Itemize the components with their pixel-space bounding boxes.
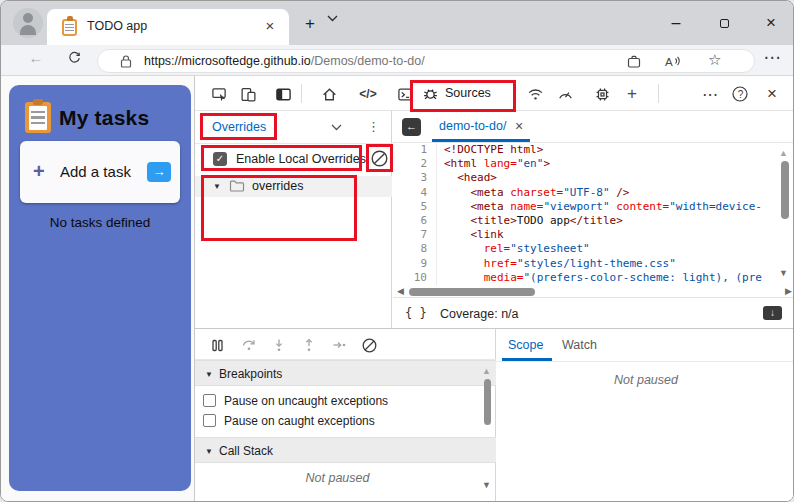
window-close-button[interactable]: ×	[758, 13, 784, 33]
tree-caret-icon[interactable]: ▼	[213, 182, 221, 191]
line-number[interactable]: 6	[393, 214, 437, 228]
url-text[interactable]: https://microsoftedge.github.io/Demos/de…	[144, 50, 425, 72]
close-devtools-button[interactable]: ×	[759, 81, 785, 107]
network-wifi-icon[interactable]	[522, 81, 548, 107]
line-number[interactable]: 4	[393, 186, 437, 200]
code-line[interactable]: 8 rel="stylesheet"	[393, 242, 777, 256]
step-out-icon[interactable]	[297, 333, 321, 357]
page-title: My tasks	[59, 106, 149, 130]
profile-avatar[interactable]	[13, 8, 43, 38]
vertical-scrollbar-thumb[interactable]	[781, 161, 789, 219]
enable-overrides-checkbox[interactable]: ✓	[213, 152, 227, 166]
my-tasks-panel: My tasks + Add a task → No tasks defined	[9, 85, 191, 491]
horizontal-scrollbar-thumb[interactable]	[409, 288, 535, 296]
source-editor-pane: ← demo-to-do/ × 1<!DOCTYPE html>2<html l…	[393, 111, 794, 328]
pause-uncaught-row[interactable]: Pause on uncaught exceptions	[203, 391, 483, 411]
code-line[interactable]: 1<!DOCTYPE html>	[393, 143, 777, 157]
tab-close-icon[interactable]: ×	[261, 17, 279, 35]
performance-gauge-icon[interactable]	[552, 81, 578, 107]
line-number[interactable]: 8	[393, 242, 437, 256]
refresh-button[interactable]	[63, 47, 85, 69]
code-line[interactable]: 6 <title>TODO app</title>	[393, 214, 777, 228]
pretty-print-icon[interactable]: { }	[405, 306, 427, 320]
code-token	[444, 171, 457, 184]
submit-task-button[interactable]: →	[147, 162, 171, 182]
code-token: <html	[444, 157, 477, 170]
enable-overrides-label[interactable]: Enable Local Overrides	[236, 152, 366, 166]
overrides-folder-row[interactable]: ▼ overrides	[195, 176, 392, 197]
device-emulation-icon[interactable]	[235, 81, 261, 107]
line-number[interactable]: 7	[393, 228, 437, 242]
pause-script-icon[interactable]	[205, 333, 229, 357]
tab-list-chevron-icon[interactable]	[327, 15, 353, 35]
line-number[interactable]: 1	[393, 143, 437, 157]
tab-sources[interactable]: Sources	[413, 76, 513, 111]
tab-scope[interactable]: Scope	[508, 338, 543, 352]
window-minimize-button[interactable]: –	[663, 13, 689, 33]
show-navigator-icon[interactable]: ←	[402, 118, 421, 136]
editor-tab-label[interactable]: demo-to-do/	[439, 119, 506, 133]
memory-chip-icon[interactable]	[589, 81, 615, 107]
help-icon[interactable]: ?	[727, 81, 753, 107]
layout-panel-icon[interactable]	[270, 81, 296, 107]
window-maximize-button[interactable]	[711, 13, 737, 33]
code-line[interactable]: 3 <head>	[393, 171, 777, 185]
elements-tab-icon[interactable]: </>	[355, 81, 381, 107]
add-task-card[interactable]: + Add a task →	[20, 141, 180, 203]
code-line[interactable]: 10 media="(prefers-color-scheme: light),…	[393, 271, 777, 285]
code-line[interactable]: 2<html lang="en">	[393, 157, 777, 171]
more-tools-plus-button[interactable]: +	[619, 81, 645, 107]
overrides-dropdown[interactable]: Overrides	[212, 120, 266, 134]
scrollbar-up-icon[interactable]: ▲	[779, 149, 788, 158]
code-line[interactable]: 9 href="styles/light-theme.css"	[393, 257, 777, 271]
favorites-star-icon[interactable]: ☆	[708, 51, 721, 69]
line-number[interactable]: 10	[393, 271, 437, 285]
pause-uncaught-checkbox[interactable]	[203, 394, 216, 407]
browser-tab-active[interactable]: TODO app ×	[47, 9, 289, 45]
step-over-icon[interactable]	[237, 333, 261, 357]
breakpoints-section-header[interactable]: ▼ Breakpoints	[195, 360, 496, 386]
scrollbar-down-icon[interactable]: ▼	[482, 481, 491, 490]
vertical-scrollbar-thumb[interactable]	[484, 379, 491, 425]
browser-titlebar: TODO app × + – ×	[1, 1, 794, 45]
chevron-down-icon[interactable]	[331, 124, 342, 131]
line-number[interactable]: 5	[393, 200, 437, 214]
scrollbar-right-icon[interactable]: ▶	[785, 287, 792, 296]
new-tab-button[interactable]: +	[297, 14, 323, 34]
deactivate-breakpoints-icon[interactable]	[357, 333, 381, 357]
code-line[interactable]: 5 <meta name="viewport" content="width=d…	[393, 200, 777, 214]
back-button[interactable]: ←	[25, 47, 47, 69]
read-aloud-icon[interactable]: A	[664, 53, 681, 69]
scrollbar-left-icon[interactable]: ◀	[397, 287, 404, 296]
kebab-menu-icon[interactable]: ⋮	[367, 119, 380, 134]
customize-devtools-button[interactable]: ⋯	[697, 81, 723, 107]
welcome-home-icon[interactable]	[316, 81, 342, 107]
workspace-briefcase-icon[interactable]	[626, 54, 642, 69]
clear-overrides-icon[interactable]	[370, 149, 389, 168]
dock-download-icon[interactable]: ↓	[763, 306, 782, 320]
code-line[interactable]: 7 <link	[393, 228, 777, 242]
call-stack-section-header[interactable]: ▼ Call Stack	[195, 437, 496, 463]
line-number[interactable]: 3	[393, 171, 437, 185]
inspect-element-icon[interactable]	[206, 81, 232, 107]
code-token: <meta	[471, 200, 504, 213]
tab-title: TODO app	[87, 19, 147, 33]
pause-caught-checkbox[interactable]	[203, 414, 216, 427]
step-icon[interactable]	[327, 333, 351, 357]
folder-icon	[229, 179, 245, 193]
line-number[interactable]: 9	[393, 257, 437, 271]
code-area[interactable]: 1<!DOCTYPE html>2<html lang="en">3 <head…	[393, 143, 777, 285]
code-line[interactable]: 4 <meta charset="UTF-8" />	[393, 186, 777, 200]
scrollbar-up-icon[interactable]: ▲	[482, 367, 491, 376]
sources-tab-label: Sources	[445, 86, 491, 100]
call-stack-status: Not paused	[195, 471, 480, 485]
step-into-icon[interactable]	[267, 333, 291, 357]
scrollbar-down-icon[interactable]: ▼	[779, 269, 788, 278]
editor-tab-close-icon[interactable]: ×	[515, 118, 523, 134]
settings-menu-button[interactable]: ⋯	[761, 47, 783, 69]
line-number[interactable]: 2	[393, 157, 437, 171]
tab-watch[interactable]: Watch	[562, 338, 597, 352]
lock-icon[interactable]	[120, 55, 132, 68]
address-bar[interactable]: https://microsoftedge.github.io/Demos/de…	[97, 49, 755, 73]
pause-caught-row[interactable]: Pause on caught exceptions	[203, 411, 483, 431]
